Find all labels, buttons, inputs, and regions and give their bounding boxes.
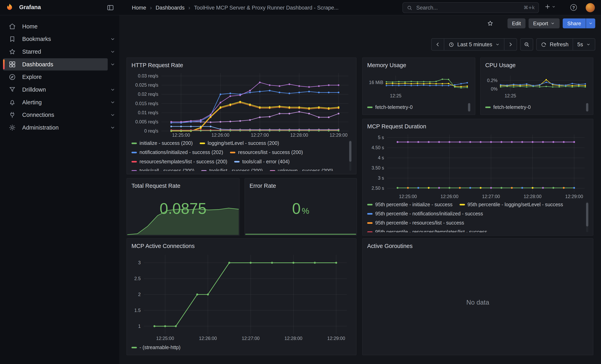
breadcrumb-separator: ›: [188, 5, 190, 11]
legend-scrollbar[interactable]: [586, 103, 589, 111]
grafana-logo[interactable]: [5, 3, 14, 13]
svg-text:2.50 s: 2.50 s: [371, 186, 384, 191]
time-range-picker[interactable]: Last 5 minutes: [444, 39, 504, 50]
legend: fetch-telemetry-0: [485, 103, 582, 111]
breadcrumb-dashboards[interactable]: Dashboards: [156, 5, 185, 11]
sidebar-item-connections[interactable]: Connections: [0, 108, 119, 121]
refresh-button[interactable]: Refresh: [537, 39, 572, 50]
top-nav: Grafana Home › Dashboards › ToolHive MCP…: [0, 0, 601, 15]
sidebar-item-starred[interactable]: Starred: [0, 45, 119, 58]
star-icon: [8, 48, 16, 55]
legend-item[interactable]: tools/list - success (200): [201, 168, 263, 171]
legend-item[interactable]: fetch-telemetry-0: [485, 103, 531, 111]
series-color-swatch: [201, 170, 207, 171]
series-color-swatch: [230, 152, 236, 153]
legend-item[interactable]: fetch-telemetry-0: [367, 103, 413, 111]
stat-value: 0.0875: [127, 179, 239, 235]
search-input[interactable]: [416, 4, 521, 11]
legend: fetch-telemetry-0: [367, 103, 464, 111]
legend-item[interactable]: unknown - success (200): [270, 168, 333, 171]
export-button[interactable]: Export: [529, 19, 560, 29]
bell-icon: [8, 98, 16, 106]
chevron-down-icon[interactable]: [110, 49, 115, 54]
chevron-down-icon: [588, 21, 593, 26]
sidebar-item-explore[interactable]: Explore: [0, 70, 119, 83]
panel-title[interactable]: CPU Usage: [485, 60, 589, 70]
plus-icon: [544, 3, 551, 10]
share-split-button: Share: [563, 19, 595, 29]
chevron-down-icon[interactable]: [110, 87, 115, 92]
svg-text:2: 2: [138, 292, 141, 297]
panel-memory-usage: Memory Usage 16 MiB12:25 fetch-telemetry…: [362, 58, 475, 115]
panel-title[interactable]: MCP Active Connections: [131, 241, 351, 251]
sidebar-item-dashboards[interactable]: Dashboards: [0, 58, 119, 70]
cpu-usage-chart: 0.2%0%12:25: [485, 74, 589, 98]
sidebar-item-home[interactable]: Home: [0, 20, 119, 33]
legend: - (streamable-http): [131, 343, 345, 352]
series-color-swatch: [131, 161, 137, 163]
chevron-down-icon[interactable]: [110, 112, 115, 118]
legend-item[interactable]: initialize - success (200): [131, 140, 193, 147]
svg-text:0.02 req/s: 0.02 req/s: [138, 92, 158, 97]
search-icon: [407, 5, 412, 10]
legend-item[interactable]: resources/list - success (200): [230, 149, 303, 156]
legend-item[interactable]: 95th percentile - resources/templates/li…: [367, 229, 487, 232]
panel-title[interactable]: Memory Usage: [367, 60, 471, 70]
time-shift-back-button[interactable]: [432, 39, 444, 50]
legend-item[interactable]: notifications/initialized - success (202…: [131, 149, 223, 156]
svg-text:0.025 req/s: 0.025 req/s: [135, 82, 158, 88]
series-color-swatch: [200, 142, 205, 144]
series-color-swatch: [367, 107, 373, 108]
sidebar-item-label: Home: [22, 23, 38, 30]
series-color-swatch: [367, 222, 373, 224]
legend-item[interactable]: 95th percentile - notifications/initiali…: [367, 211, 483, 217]
panel-cpu-usage: CPU Usage 0.2%0%12:25 fetch-telemetry-0: [480, 58, 593, 115]
svg-text:12:27:00: 12:27:00: [242, 336, 260, 341]
legend-item[interactable]: tools/call - error (404): [234, 158, 290, 165]
legend-scrollbar[interactable]: [349, 140, 351, 171]
breadcrumb-separator: ›: [150, 5, 152, 11]
search-box[interactable]: ⌘+k: [402, 2, 539, 13]
add-button[interactable]: [544, 3, 556, 10]
series-color-swatch: [131, 170, 137, 171]
refresh-interval-picker[interactable]: 5s: [573, 39, 595, 50]
favorite-star-icon[interactable]: [487, 20, 494, 27]
grafana-app: Grafana Home › Dashboards › ToolHive MCP…: [0, 0, 601, 364]
sidebar-item-drilldown[interactable]: Drilldown: [0, 83, 119, 96]
svg-text:12:29:00: 12:29:00: [565, 194, 583, 199]
chevron-down-icon[interactable]: [110, 99, 115, 105]
panel-active-goroutines: Active Goroutines No data: [362, 238, 593, 355]
sidebar-toggle-icon[interactable]: [107, 4, 114, 11]
chevron-down-icon[interactable]: [110, 62, 115, 67]
sidebar-item-bookmarks[interactable]: Bookmarks: [0, 33, 119, 45]
help-icon[interactable]: ?: [571, 4, 577, 11]
legend-item[interactable]: 95th percentile - resources/list - succe…: [367, 220, 464, 226]
legend-item[interactable]: resources/templates/list - success (200): [131, 158, 227, 165]
legend-item[interactable]: 95th percentile - initialize - success: [367, 201, 452, 208]
chevron-down-icon[interactable]: [110, 125, 115, 130]
panel-title[interactable]: HTTP Request Rate: [131, 60, 351, 70]
panel-title[interactable]: MCP Request Duration: [367, 121, 589, 131]
time-shift-forward-button[interactable]: [504, 39, 517, 50]
zoom-out-button[interactable]: [521, 39, 533, 50]
svg-text:1: 1: [138, 324, 141, 329]
dashboard-toolbar: Edit Export Share: [487, 19, 595, 29]
edit-button[interactable]: Edit: [507, 19, 525, 29]
share-button[interactable]: Share: [563, 19, 586, 29]
sidebar-item-alerting[interactable]: Alerting: [0, 96, 119, 108]
legend-item[interactable]: tools/call - success (200): [131, 168, 194, 171]
breadcrumb-home[interactable]: Home: [132, 5, 146, 11]
svg-text:12:25: 12:25: [505, 93, 516, 98]
sidebar-item-administration[interactable]: Administration: [0, 121, 119, 134]
svg-text:0.03 req/s: 0.03 req/s: [138, 73, 158, 79]
svg-text:3: 3: [138, 260, 141, 265]
share-dropdown-button[interactable]: [586, 19, 595, 29]
avatar[interactable]: [586, 3, 595, 12]
chevron-down-icon[interactable]: [110, 36, 115, 41]
legend-scrollbar[interactable]: [586, 201, 589, 232]
compass-icon: [8, 73, 16, 81]
legend-item[interactable]: logging/setLevel - success (200): [200, 140, 279, 147]
legend-item[interactable]: 95th percentile - logging/setLevel - suc…: [460, 201, 563, 208]
legend-item[interactable]: - (streamable-http): [131, 343, 181, 352]
legend-scrollbar[interactable]: [468, 103, 471, 111]
